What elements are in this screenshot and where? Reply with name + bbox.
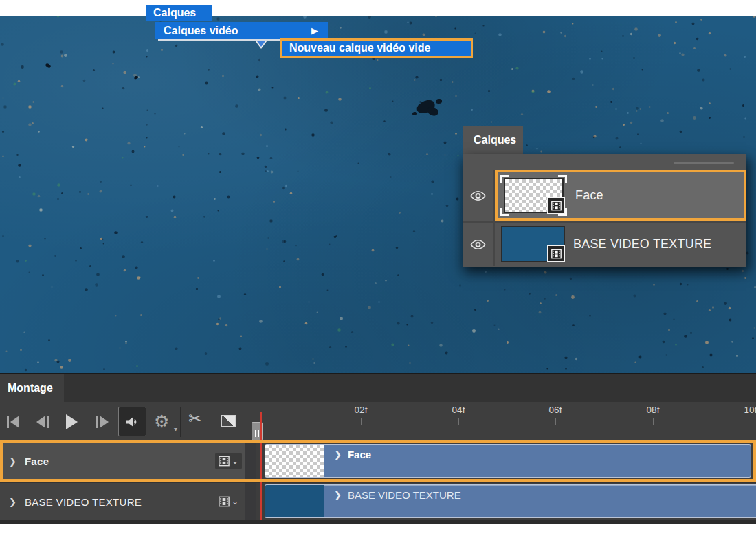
gear-icon: ⚙ [154, 412, 169, 431]
layers-panel-body: Face [463, 154, 746, 267]
track-header-base[interactable]: ❯ BASE VIDEO TEXTURE ⌄ [0, 483, 245, 520]
filmstrip-icon [551, 249, 562, 259]
ruler-label: 06f [549, 405, 562, 415]
chevron-right-icon[interactable]: ❯ [9, 497, 16, 507]
track-type-menu[interactable]: ⌄ [215, 493, 242, 510]
play-icon [66, 414, 78, 429]
layer-row-face[interactable]: Face [463, 170, 746, 221]
layer-thumbnail-base[interactable] [501, 226, 565, 262]
track-gutter [245, 483, 256, 520]
ruler-baseline [249, 421, 756, 421]
ink-blob [133, 76, 138, 80]
layers-panel: Calques [463, 126, 746, 267]
go-to-first-frame-button[interactable] [7, 416, 19, 428]
eye-icon [470, 190, 486, 201]
next-frame-button[interactable] [96, 416, 109, 428]
ruler-tick [458, 418, 459, 425]
layer-visibility-toggle[interactable] [463, 223, 495, 266]
previous-frame-button[interactable] [36, 416, 49, 428]
timeline-tabbar: Montage [0, 374, 756, 402]
ruler-label: 08f [647, 405, 660, 415]
video-clip-base[interactable]: ❯ BASE VIDEO TEXTURE [265, 484, 756, 518]
menu-item-nouveau-calque-video-vide[interactable]: Nouveau calque vidéo vide [280, 38, 473, 58]
ink-blob [412, 112, 417, 115]
speaker-icon [125, 416, 140, 428]
scissors-icon: ✂ [188, 410, 201, 427]
timeline-controls-and-ruler: ⚙ ▾ ✂ 02f 04f 06f 08f 10f [0, 402, 756, 442]
chevron-down-icon: ⌄ [232, 498, 238, 505]
eye-icon [470, 239, 486, 250]
letterbox-top [0, 0, 756, 16]
chevron-right-icon[interactable]: ❯ [9, 456, 16, 467]
previous-frame-icon [47, 416, 49, 428]
mute-audio-button[interactable] [118, 407, 146, 436]
filmstrip-icon [219, 496, 230, 507]
filmstrip-icon [551, 201, 562, 211]
letterbox-bottom [0, 524, 756, 538]
layer-name[interactable]: BASE VIDEO TEXTURE [573, 237, 711, 251]
play-button[interactable] [66, 414, 78, 429]
first-frame-icon [7, 416, 9, 428]
selection-bracket [500, 208, 509, 216]
video-clip-face[interactable]: ❯ Face [265, 444, 751, 478]
first-frame-icon [10, 416, 19, 428]
submenu-arrow-icon: ▶ [311, 22, 318, 39]
playhead-line [260, 412, 262, 520]
track-row-face: ❯ Face ⌄ ❯ Fac [0, 442, 756, 480]
clip-name: Face [348, 449, 371, 460]
ruler-label: 02f [355, 405, 368, 415]
ruler-tick [361, 418, 362, 425]
layer-row-base-video-texture[interactable]: BASE VIDEO TEXTURE [463, 223, 746, 266]
menu-item-calques-video[interactable]: Calques vidéo ▶ [155, 22, 328, 39]
ink-blob [436, 99, 442, 104]
video-layer-badge [547, 197, 565, 214]
timeline-tab-montage[interactable]: Montage [0, 374, 64, 402]
previous-frame-icon [36, 416, 45, 428]
layer-name[interactable]: Face [575, 188, 603, 203]
transition-button[interactable] [221, 415, 236, 427]
canvas-texture-speckles [0, 16, 1, 16]
layers-panel-tab[interactable]: Calques [463, 126, 523, 154]
ruler-tick [751, 418, 751, 425]
ruler-label: 10f [744, 405, 756, 415]
track-name: Face [25, 456, 49, 467]
layer-row-base-content[interactable]: BASE VIDEO TEXTURE [495, 223, 746, 266]
track-gutter [245, 442, 256, 480]
selection-bracket [500, 175, 509, 183]
clip-name: BASE VIDEO TEXTURE [348, 489, 461, 501]
layer-thumbnail-face[interactable] [500, 175, 567, 216]
track-row-base: ❯ BASE VIDEO TEXTURE ⌄ ❯ [0, 483, 756, 520]
video-layer-badge [547, 245, 565, 262]
track-lane-face: ❯ Face [256, 442, 756, 480]
ruler-tick [555, 418, 556, 425]
clip-thumbnail-video [265, 485, 324, 517]
caret-down-icon: ▾ [174, 425, 177, 433]
menu-calques[interactable]: Calques [146, 5, 212, 21]
timeline-settings-button[interactable]: ⚙ ▾ [154, 408, 175, 436]
ruler-label: 04f [452, 405, 465, 415]
track-lane-base: ❯ BASE VIDEO TEXTURE [256, 483, 756, 520]
panel-grip-handle[interactable] [674, 162, 734, 164]
submenu-panel-edge [158, 39, 282, 41]
layer-visibility-toggle[interactable] [463, 170, 495, 221]
screenshot-root: Calques Calques vidéo ▶ Nouveau calque v… [0, 0, 756, 538]
next-frame-icon [100, 416, 109, 428]
next-frame-icon [96, 416, 98, 428]
timeline-panel: Montage [0, 373, 756, 524]
track-header-face[interactable]: ❯ Face ⌄ [0, 442, 245, 480]
clip-label[interactable]: ❯ BASE VIDEO TEXTURE [334, 489, 461, 501]
filmstrip-icon [219, 456, 230, 467]
clip-thumbnail-transparent [265, 445, 324, 477]
clip-label[interactable]: ❯ Face [334, 449, 371, 460]
track-type-menu[interactable]: ⌄ [215, 453, 242, 469]
track-name: BASE VIDEO TEXTURE [25, 496, 142, 508]
selection-bracket [558, 175, 567, 183]
chevron-right-icon: ❯ [334, 490, 342, 500]
chevron-right-icon: ❯ [334, 449, 342, 460]
chevron-down-icon: ⌄ [232, 458, 238, 464]
ink-blob [45, 63, 51, 69]
layer-row-face-content[interactable]: Face [495, 170, 746, 221]
split-clip-button[interactable]: ✂ [188, 410, 201, 428]
toolbar-separator [180, 407, 181, 437]
ruler-tick [653, 418, 654, 425]
